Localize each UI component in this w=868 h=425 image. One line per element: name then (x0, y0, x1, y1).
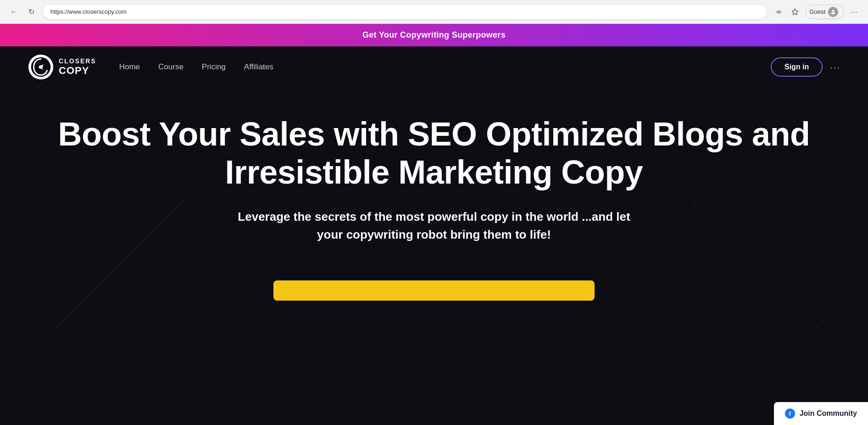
nav-link-course[interactable]: Course (158, 62, 184, 71)
cta-section (0, 280, 868, 301)
refresh-icon: ↻ (28, 7, 34, 16)
read-aloud-button[interactable] (772, 6, 785, 18)
refresh-button[interactable]: ↻ (25, 6, 38, 18)
nav-item-course: Course (158, 62, 184, 72)
signin-button[interactable]: Sign in (771, 57, 823, 77)
nav-more-button[interactable]: ··· (830, 62, 840, 73)
hero-title: Boost Your Sales with SEO Optimized Blog… (37, 115, 831, 191)
join-community-button[interactable]: f Join Community (774, 402, 868, 404)
guest-profile-button[interactable]: Guest (805, 5, 844, 19)
guest-label: Guest (809, 8, 825, 15)
browser-right-icons: Guest ⋯ (772, 5, 861, 19)
navbar: CLOSERS COPY Home Course Pricing Affilia… (0, 46, 868, 88)
nav-item-home: Home (119, 62, 140, 72)
website-content: Get Your Copywriting Superpowers CLOSERS… (0, 24, 868, 404)
nav-link-home[interactable]: Home (119, 62, 140, 71)
address-bar[interactable] (43, 5, 767, 19)
hero-subtitle: Leverage the secrets of the most powerfu… (228, 208, 640, 244)
logo-icon (28, 54, 54, 80)
svg-marker-0 (792, 9, 798, 15)
svg-point-1 (832, 10, 835, 12)
nav-item-affiliates: Affiliates (244, 62, 273, 72)
back-button[interactable]: ← (7, 6, 20, 18)
hero-section: Boost Your Sales with SEO Optimized Blog… (0, 88, 868, 280)
favorites-button[interactable] (789, 6, 801, 18)
nav-link-pricing[interactable]: Pricing (202, 62, 226, 71)
logo-copy: COPY (59, 65, 96, 76)
logo-text: CLOSERS COPY (59, 58, 96, 76)
nav-item-pricing: Pricing (202, 62, 226, 72)
browser-chrome: ← ↻ Guest ⋯ (0, 0, 868, 24)
browser-nav-buttons: ← ↻ (7, 6, 38, 18)
banner-text: Get Your Copywriting Superpowers (362, 30, 506, 39)
top-banner: Get Your Copywriting Superpowers (0, 24, 868, 46)
nav-link-affiliates[interactable]: Affiliates (244, 62, 273, 71)
nav-links: Home Course Pricing Affiliates (119, 62, 771, 72)
logo-closers: CLOSERS (59, 58, 96, 65)
svg-point-4 (39, 65, 43, 69)
avatar (828, 7, 838, 17)
cta-button[interactable] (273, 280, 595, 301)
more-options-button[interactable]: ⋯ (848, 6, 861, 18)
back-icon: ← (10, 8, 17, 16)
ellipsis-icon: ⋯ (851, 8, 858, 16)
more-dots-icon: ··· (830, 62, 840, 72)
logo-link[interactable]: CLOSERS COPY (28, 54, 96, 80)
